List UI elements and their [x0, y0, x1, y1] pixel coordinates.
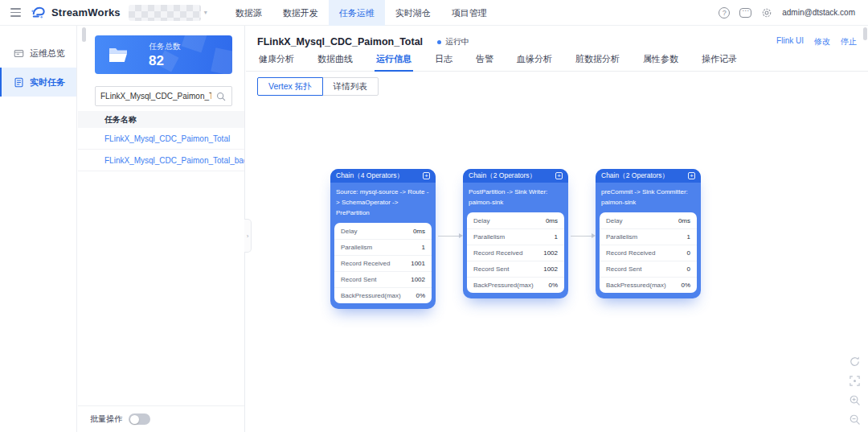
metric-label: Record Sent — [341, 276, 376, 283]
expand-chain-icon[interactable]: + — [423, 172, 430, 179]
main-content: FLinkX_Mysql_CDC_Paimon_Total 运行中 Flink … — [246, 26, 868, 432]
help-icon[interactable]: ? — [719, 7, 730, 19]
user-email[interactable]: admin@dtstack.com — [782, 8, 855, 17]
metric-label: Parallelism — [473, 233, 505, 241]
metric-value: 0% — [548, 282, 558, 289]
menu-item-datasource[interactable]: 数据源 — [225, 0, 272, 26]
metric-value: 1002 — [411, 276, 425, 283]
batch-operation-label: 批量操作 — [90, 413, 122, 425]
app-window: StreamWorks ▾ 数据源 数据开发 任务运维 实时湖仓 项目管理 ? … — [0, 0, 868, 432]
menu-toggle-icon[interactable] — [0, 0, 24, 26]
metric-label: Record Sent — [606, 265, 641, 273]
batch-operation-toggle[interactable] — [129, 413, 150, 425]
metric-value: 1 — [555, 233, 558, 241]
sidebar-item-realtime-tasks[interactable]: 实时任务 — [0, 68, 76, 97]
chain-node[interactable]: Chain（2 Operators） + preCommit -> Sink C… — [596, 169, 701, 298]
metric-value: 1 — [687, 233, 690, 241]
metric-value: 1 — [422, 244, 425, 251]
navbar-right: ? admin@dtstack.com — [719, 7, 868, 19]
metric-label: Delay — [341, 228, 357, 235]
edge-arrow-icon — [438, 236, 459, 237]
task-search-box — [95, 86, 232, 106]
batch-operation-bar: 批量操作 — [78, 405, 244, 432]
metric-value: 0 — [687, 249, 690, 257]
chain-title: Chain（2 Operators） — [469, 171, 536, 181]
chain-operators: preCommit -> Sink Committer: paimon-sink — [596, 183, 701, 212]
zoom-out-icon[interactable] — [848, 413, 862, 426]
metric-value: 0ms — [413, 228, 425, 235]
chain-node[interactable]: Chain（4 Operators） + Source: mysql-sourc… — [330, 169, 436, 309]
metric-value: 0% — [416, 292, 425, 299]
graph-toolbar — [848, 355, 862, 426]
chain-title: Chain（4 Operators） — [336, 171, 403, 181]
metric-value: 1002 — [543, 249, 558, 257]
feedback-icon[interactable] — [739, 8, 751, 18]
task-link[interactable]: FLinkX_Mysql_CDC_Paimon_Total_back — [78, 150, 244, 171]
chain-metrics: Delay0ms Parallelism1 Record Received100… — [334, 223, 432, 303]
expand-chain-icon[interactable]: + — [555, 172, 563, 179]
menu-item-project-mgmt[interactable]: 项目管理 — [441, 0, 497, 26]
metric-label: Record Received — [473, 249, 522, 257]
task-link[interactable]: FLinkX_Mysql_CDC_Paimon_Total — [78, 128, 244, 150]
sidebar-item-label: 实时任务 — [30, 76, 65, 88]
metric-value: 0% — [681, 282, 690, 289]
folder-icon — [108, 47, 129, 64]
project-selector-redacted[interactable] — [129, 5, 201, 21]
task-list-panel: 任务总数 82 任务名称 FLinkX_Mysql_CDC_Paimon_Tot… — [78, 26, 245, 432]
task-list: FLinkX_Mysql_CDC_Paimon_Total FLinkX_Mys… — [78, 128, 244, 171]
metric-value: 1001 — [411, 260, 425, 267]
metric-value: 1002 — [543, 265, 558, 273]
chain-title: Chain（2 Operators） — [601, 171, 669, 181]
metric-label: Parallelism — [606, 233, 637, 241]
main-menu: 数据源 数据开发 任务运维 实时湖仓 项目管理 — [225, 0, 497, 26]
metric-label: Record Sent — [473, 265, 509, 273]
edge-arrow-icon — [571, 236, 592, 237]
metric-value: 0 — [687, 265, 690, 273]
chain-metrics: Delay0ms Parallelism1 Record Received0 R… — [600, 212, 697, 293]
chain-node[interactable]: Chain（2 Operators） + PostPartition -> Si… — [463, 169, 568, 298]
vertex-topology-button[interactable]: Vertex 拓扑 — [257, 77, 323, 96]
chain-operators: Source: mysql-source -> Route -> SchemaO… — [330, 183, 436, 223]
left-sidebar: 运维总览 实时任务 — [0, 26, 77, 432]
brand-name: StreamWorks — [51, 6, 121, 19]
chevron-down-icon: ▾ — [204, 9, 207, 16]
refresh-icon[interactable] — [848, 355, 862, 368]
metric-label: Delay — [473, 217, 489, 224]
brand: StreamWorks — [31, 5, 121, 21]
task-list-header: 任务名称 — [78, 111, 244, 128]
expand-chain-icon[interactable]: + — [688, 172, 695, 179]
metric-value: 0ms — [546, 217, 558, 224]
dashboard-icon — [14, 48, 24, 59]
task-total-card[interactable]: 任务总数 82 — [95, 35, 232, 74]
zoom-in-icon[interactable] — [848, 393, 862, 407]
menu-item-data-dev[interactable]: 数据开发 — [272, 0, 329, 26]
metric-label: Record Received — [341, 260, 390, 267]
panel-scrollbar-thumb[interactable] — [82, 27, 86, 42]
metric-label: Delay — [606, 217, 622, 224]
fit-view-icon[interactable] — [848, 374, 862, 388]
metric-label: Record Received — [606, 249, 655, 257]
gear-icon[interactable] — [761, 7, 772, 19]
menu-item-realtime-lake[interactable]: 实时湖仓 — [385, 0, 441, 26]
search-icon[interactable] — [216, 92, 226, 101]
metric-label: BackPressured(max) — [341, 292, 401, 299]
streamworks-logo-icon — [31, 5, 47, 21]
menu-item-task-ops[interactable]: 任务运维 — [329, 0, 385, 26]
task-list-icon — [14, 77, 24, 88]
chain-operators: PostPartition -> Sink Writer: paimon-sin… — [463, 183, 568, 212]
vertex-topology-canvas[interactable]: Chain（4 Operators） + Source: mysql-sourc… — [246, 26, 868, 432]
panel-collapse-handle[interactable]: › — [244, 219, 252, 253]
task-search-input[interactable] — [96, 92, 216, 101]
metric-label: Parallelism — [341, 244, 372, 251]
metric-value: 0ms — [678, 217, 690, 224]
sidebar-item-ops-overview[interactable]: 运维总览 — [0, 39, 76, 68]
chain-metrics: Delay0ms Parallelism1 Record Received100… — [467, 212, 564, 293]
sidebar-item-label: 运维总览 — [30, 47, 65, 60]
metric-label: BackPressured(max) — [606, 282, 666, 289]
metric-label: BackPressured(max) — [473, 282, 534, 289]
top-navbar: StreamWorks ▾ 数据源 数据开发 任务运维 实时湖仓 项目管理 ? … — [0, 0, 868, 26]
